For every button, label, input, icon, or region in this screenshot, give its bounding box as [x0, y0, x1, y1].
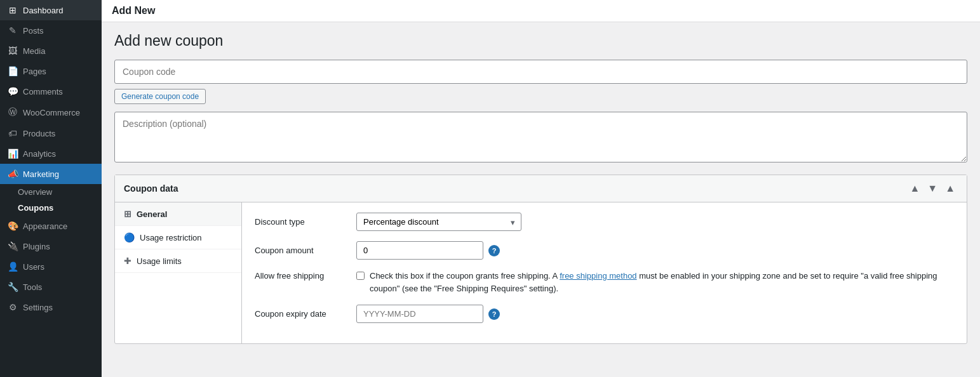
collapse-up-button[interactable]: ▲: [907, 182, 922, 195]
sidebar-item-users[interactable]: 👤 Users: [0, 256, 102, 277]
tab-general[interactable]: ⊞ General: [115, 202, 241, 226]
sidebar-item-settings[interactable]: ⚙ Settings: [0, 297, 102, 317]
sidebar-item-label: Settings: [23, 303, 53, 312]
posts-icon: ✎: [8, 25, 18, 36]
coupon-code-input[interactable]: [114, 60, 967, 84]
appearance-icon: 🎨: [8, 221, 18, 231]
sidebar-item-label: Appearance: [23, 222, 67, 231]
sidebar-item-media[interactable]: 🖼 Media: [0, 41, 102, 61]
sidebar-item-label: Posts: [23, 26, 44, 36]
sidebar-sub-overview[interactable]: Overview: [0, 184, 102, 200]
coupon-data-header: Coupon data ▲ ▼ ▲: [115, 175, 967, 202]
products-icon: 🏷: [8, 128, 18, 138]
general-tab-icon: ⊞: [124, 209, 131, 219]
generate-coupon-code-button[interactable]: Generate coupon code: [114, 89, 206, 104]
coupon-amount-row: Coupon amount ?: [255, 241, 954, 260]
coupon-amount-input[interactable]: [356, 241, 483, 260]
analytics-icon: 📊: [8, 149, 18, 159]
free-shipping-description: Check this box if the coupon grants free…: [370, 270, 954, 294]
coupon-amount-field: ?: [356, 241, 954, 260]
coupon-expiry-field: ?: [356, 305, 954, 323]
coupon-expiry-row: Coupon expiry date ?: [255, 305, 954, 323]
pages-icon: 📄: [8, 66, 18, 76]
sidebar-item-analytics[interactable]: 📊 Analytics: [0, 143, 102, 164]
sidebar-item-posts[interactable]: ✎ Posts: [0, 20, 102, 41]
page-content: Add new coupon Generate coupon code Coup…: [102, 22, 980, 377]
sidebar-item-marketing[interactable]: 📣 Marketing: [0, 164, 102, 184]
media-icon: 🖼: [8, 46, 18, 56]
sidebar-item-woocommerce[interactable]: Ⓦ WooCommerce: [0, 102, 102, 123]
tab-usage-restriction-label: Usage restriction: [140, 233, 202, 242]
main-content: Add New Add new coupon Generate coupon c…: [102, 0, 980, 377]
coupon-expiry-label: Coupon expiry date: [255, 309, 356, 319]
sidebar-item-label: Users: [23, 262, 44, 272]
discount-type-label: Discount type: [255, 217, 356, 227]
allow-free-shipping-label: Allow free shipping: [255, 270, 356, 281]
allow-free-shipping-checkbox[interactable]: [356, 272, 365, 280]
tab-usage-restriction[interactable]: 🔵 Usage restriction: [115, 226, 241, 249]
sidebar-sub-coupons[interactable]: Coupons: [0, 200, 102, 216]
sidebar-item-label: Tools: [23, 282, 42, 292]
tools-icon: 🔧: [8, 282, 18, 292]
free-shipping-method-link[interactable]: free shipping method: [560, 271, 636, 281]
coupon-data-section: Coupon data ▲ ▼ ▲ ⊞ General 🔵 Usage re: [114, 175, 967, 344]
tab-usage-limits-label: Usage limits: [137, 256, 182, 266]
usage-limits-tab-icon: ✚: [124, 256, 131, 266]
users-icon: 👤: [8, 261, 18, 272]
sidebar-item-appearance[interactable]: 🎨 Appearance: [0, 216, 102, 236]
dashboard-icon: ⊞: [8, 5, 18, 15]
usage-restriction-tab-icon: 🔵: [124, 232, 135, 242]
coupon-data-body: ⊞ General 🔵 Usage restriction ✚ Usage li…: [115, 202, 967, 343]
sidebar-item-tools[interactable]: 🔧 Tools: [0, 277, 102, 297]
comments-icon: 💬: [8, 86, 18, 96]
discount-type-row: Discount type Percentage discount Fixed …: [255, 213, 954, 231]
topbar-title: Add New: [112, 5, 155, 16]
topbar: Add New: [102, 0, 980, 22]
allow-free-shipping-row: Allow free shipping Check this box if th…: [255, 270, 954, 294]
allow-free-shipping-field: Check this box if the coupon grants free…: [356, 270, 954, 294]
woocommerce-icon: Ⓦ: [8, 107, 18, 118]
coupon-tabs: ⊞ General 🔵 Usage restriction ✚ Usage li…: [115, 202, 242, 343]
free-shipping-text-part1: Check this box if the coupon grants free…: [370, 271, 560, 281]
tab-general-label: General: [137, 209, 167, 219]
description-textarea[interactable]: [114, 112, 967, 162]
sidebar-item-label: Comments: [23, 87, 63, 96]
coupon-data-controls: ▲ ▼ ▲: [907, 182, 958, 195]
sidebar-item-comments[interactable]: 💬 Comments: [0, 81, 102, 102]
discount-type-field: Percentage discount Fixed cart discount …: [356, 213, 954, 231]
sidebar-item-plugins[interactable]: 🔌 Plugins: [0, 236, 102, 256]
coupon-amount-label: Coupon amount: [255, 246, 356, 255]
sidebar-item-pages[interactable]: 📄 Pages: [0, 61, 102, 81]
sidebar-item-dashboard[interactable]: ⊞ Dashboard: [0, 0, 102, 20]
page-title: Add new coupon: [114, 32, 967, 50]
sidebar-item-products[interactable]: 🏷 Products: [0, 123, 102, 143]
collapse-down-button[interactable]: ▼: [925, 182, 940, 195]
sidebar: ⊞ Dashboard ✎ Posts 🖼 Media 📄 Pages 💬 Co…: [0, 0, 102, 377]
discount-type-select-wrapper: Percentage discount Fixed cart discount …: [356, 213, 521, 231]
coupon-amount-help-icon[interactable]: ?: [488, 245, 500, 256]
sidebar-item-label: Plugins: [23, 242, 50, 251]
coupon-data-title: Coupon data: [124, 183, 907, 194]
coupon-expiry-input[interactable]: [356, 305, 483, 323]
sidebar-item-label: WooCommerce: [23, 108, 80, 117]
sidebar-item-label: Marketing: [23, 169, 59, 179]
sidebar-item-label: Analytics: [23, 149, 56, 159]
coupon-expiry-help-icon[interactable]: ?: [488, 308, 500, 320]
sidebar-item-label: Pages: [23, 67, 46, 76]
sidebar-item-label: Products: [23, 129, 55, 138]
tab-content-general: Discount type Percentage discount Fixed …: [242, 202, 967, 343]
marketing-icon: 📣: [8, 169, 18, 179]
plugins-icon: 🔌: [8, 241, 18, 251]
sidebar-item-label: Dashboard: [23, 6, 64, 15]
sidebar-item-label: Media: [23, 46, 45, 56]
toggle-button[interactable]: ▲: [943, 182, 958, 195]
tab-usage-limits[interactable]: ✚ Usage limits: [115, 249, 241, 273]
settings-icon: ⚙: [8, 302, 18, 312]
discount-type-select[interactable]: Percentage discount Fixed cart discount …: [356, 213, 521, 231]
